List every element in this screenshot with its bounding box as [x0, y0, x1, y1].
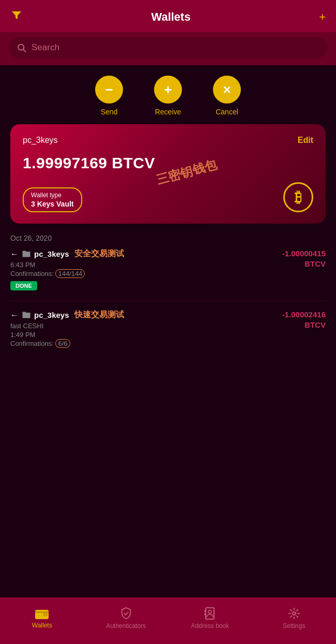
- tx-wallet-name: pc_3keys: [34, 250, 69, 258]
- search-icon: [17, 42, 26, 53]
- wallet-type-badge: Wallet type 3 Keys Vault: [23, 187, 82, 212]
- svg-point-10: [293, 612, 296, 615]
- send-label: Send: [101, 108, 118, 116]
- app-header: Wallets +: [0, 0, 336, 32]
- shield-nav-icon: [120, 607, 132, 620]
- nav-label-authenticators: Authenticators: [106, 622, 146, 630]
- search-bar: [0, 32, 336, 65]
- confirmations-badge-2: 6/6: [55, 339, 70, 348]
- transaction-item[interactable]: ← pc_3keys 安全交易测试 6:43 PM Confirmations:…: [10, 248, 326, 290]
- nav-label-address-book: Address book: [191, 622, 229, 630]
- cancel-circle: ×: [213, 76, 241, 104]
- tx-time-2: 1:49 PM: [10, 331, 282, 339]
- receive-action[interactable]: + Receive: [154, 76, 182, 116]
- tx-status-done: DONE: [10, 281, 37, 290]
- confirmations-badge-1: 144/144: [55, 269, 85, 278]
- wallet-nav-icon: [35, 608, 49, 619]
- tx-divider: [10, 301, 326, 301]
- tx-folder-icon-2: [22, 310, 31, 320]
- tx-currency-2: BTCV: [282, 320, 326, 330]
- nav-item-address-book[interactable]: Address book: [168, 607, 252, 630]
- address-book-nav-icon: [204, 607, 216, 620]
- wallet-name: pc_3keys: [23, 136, 58, 145]
- wallet-type-label: Wallet type: [31, 192, 74, 199]
- tx-amount-value-1: -1.00000415: [282, 248, 326, 259]
- settings-nav-icon: [288, 607, 300, 620]
- add-button[interactable]: +: [319, 10, 326, 24]
- wallet-balance: 1.99997169 BTCV: [23, 154, 313, 172]
- wallet-card-container: pc_3keys Edit 1.99997169 BTCV 三密钥钱包 Wall…: [0, 124, 336, 234]
- tx-confirmations-2: Confirmations: 6/6: [10, 340, 282, 347]
- nav-item-settings[interactable]: Settings: [252, 607, 337, 630]
- tx-chinese-label-2: 快速交易测试: [74, 310, 124, 320]
- bitcoin-icon: ₿: [283, 182, 313, 212]
- nav-label-settings: Settings: [283, 622, 305, 630]
- receive-circle: +: [154, 76, 182, 104]
- page-title: Wallets: [151, 10, 190, 24]
- nav-item-authenticators[interactable]: Authenticators: [84, 607, 169, 630]
- tx-amount-value-2: -1.00002416: [282, 310, 326, 320]
- wallet-card[interactable]: pc_3keys Edit 1.99997169 BTCV 三密钥钱包 Wall…: [10, 124, 326, 224]
- transactions-section: Oct 26, 2020 ← pc_3keys 安全交易测试 6: [0, 234, 336, 350]
- tx-wallet-name-2: pc_3keys: [34, 311, 69, 319]
- send-circle: −: [95, 76, 123, 104]
- svg-rect-3: [35, 611, 49, 613]
- tx-arrow-icon: ←: [10, 250, 19, 259]
- wallet-edit-button[interactable]: Edit: [298, 136, 313, 145]
- tx-currency-1: BTCV: [282, 259, 326, 269]
- action-buttons: − Send + Receive × Cancel: [0, 65, 336, 124]
- tx-top-row-2: ← pc_3keys 快速交易测试: [10, 310, 282, 320]
- transaction-date: Oct 26, 2020: [10, 234, 326, 242]
- tx-amount-1: -1.00000415 BTCV: [282, 248, 326, 269]
- receive-label: Receive: [155, 108, 181, 116]
- svg-point-5: [45, 613, 47, 615]
- nav-label-wallets: Wallets: [32, 622, 52, 629]
- nav-item-wallets[interactable]: Wallets: [0, 608, 84, 629]
- cancel-label: Cancel: [216, 108, 238, 116]
- svg-rect-7: [204, 610, 206, 612]
- bottom-navigation: Wallets Authenticators Address book Sett…: [0, 597, 336, 644]
- wallet-footer: Wallet type 3 Keys Vault ₿: [23, 182, 313, 212]
- transaction-item-2[interactable]: ← pc_3keys 快速交易测试 fast CESHI 1:49 PM Con…: [10, 310, 326, 350]
- tx-chinese-label-1: 安全交易测试: [74, 248, 124, 259]
- tx-left-2: ← pc_3keys 快速交易测试 fast CESHI 1:49 PM Con…: [10, 310, 282, 350]
- tx-amount-2: -1.00002416 BTCV: [282, 310, 326, 330]
- cancel-action[interactable]: × Cancel: [213, 76, 241, 116]
- svg-line-1: [23, 50, 25, 52]
- send-action[interactable]: − Send: [95, 76, 123, 116]
- tx-top-row: ← pc_3keys 安全交易测试: [10, 248, 282, 259]
- tx-time-1: 6:43 PM: [10, 261, 282, 269]
- svg-point-9: [208, 610, 211, 613]
- wallet-type-value: 3 Keys Vault: [31, 200, 74, 208]
- svg-rect-8: [204, 613, 206, 615]
- tx-extra-label-2: fast CESHI: [10, 322, 282, 330]
- tx-row-2: ← pc_3keys 快速交易测试 fast CESHI 1:49 PM Con…: [10, 310, 326, 350]
- tx-arrow-icon-2: ←: [10, 311, 19, 320]
- tx-row: ← pc_3keys 安全交易测试 6:43 PM Confirmations:…: [10, 248, 326, 290]
- wallet-card-header: pc_3keys Edit: [23, 136, 313, 145]
- tx-folder-icon: [22, 249, 31, 259]
- tx-left: ← pc_3keys 安全交易测试 6:43 PM Confirmations:…: [10, 248, 282, 290]
- search-wrapper: [8, 37, 328, 58]
- search-input[interactable]: [32, 42, 319, 53]
- tx-confirmations-1: Confirmations: 144/144: [10, 270, 282, 277]
- filter-icon[interactable]: [10, 9, 23, 25]
